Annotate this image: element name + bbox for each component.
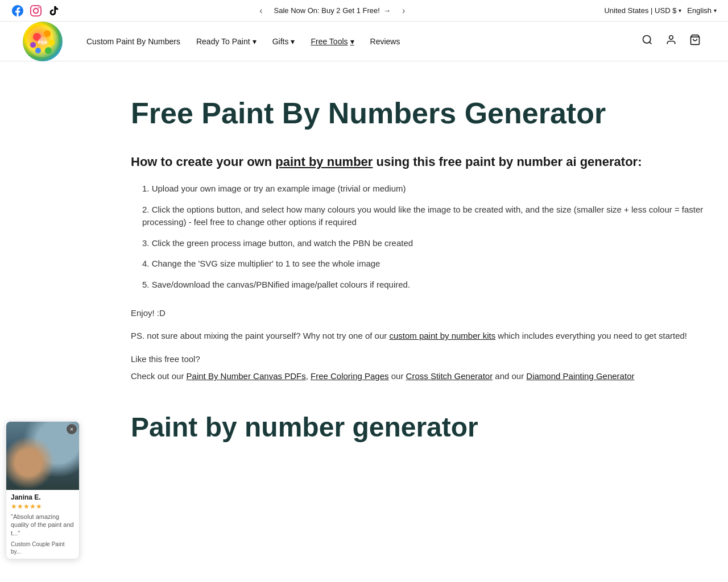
svg-point-3: [49, 40, 55, 45]
ps-text: PS. not sure about mixing the paint your…: [131, 329, 705, 343]
login-button[interactable]: [661, 31, 681, 52]
svg-point-4: [45, 47, 52, 54]
language-chevron-icon: ▾: [714, 7, 717, 14]
logo-image: PBN: [23, 22, 63, 61]
custom-kits-link[interactable]: custom paint by number kits: [389, 331, 495, 340]
nav-gifts-chevron: ▾: [291, 37, 295, 46]
svg-point-5: [35, 48, 41, 53]
search-icon: [642, 34, 653, 48]
nav-ready-to-paint-label: Ready To Paint: [196, 37, 250, 46]
like-text: Like this free tool?: [131, 354, 705, 364]
list-item: 4. Change the 'SVG size multiplier' to 1…: [136, 257, 705, 271]
section-title: Paint by number generator: [131, 411, 705, 443]
enjoy-text: Enjoy! :D: [131, 308, 705, 318]
announcement-left: [11, 5, 60, 17]
language-text: English: [687, 6, 712, 15]
popup-close-button[interactable]: ×: [67, 424, 77, 434]
canvas-pdfs-text: Paint By Number Canvas PDFs: [187, 371, 306, 381]
announcement-center: ‹ Sale Now On: Buy 2 Get 1 Free! → ›: [255, 3, 410, 18]
nav-custom-paint[interactable]: Custom Paint By Numbers: [80, 32, 187, 51]
cross-stitch-link[interactable]: Cross Stitch Generator: [406, 371, 493, 381]
page-title: Free Paint By Numbers Generator: [131, 95, 705, 131]
svg-point-6: [30, 42, 36, 48]
nav-ready-to-paint-chevron: ▾: [253, 37, 257, 46]
diamond-painting-link[interactable]: Diamond Painting Generator: [526, 371, 634, 381]
cross-stitch-text: Cross Stitch Generator: [406, 371, 493, 381]
list-item: 3. Click the green process image button,…: [136, 237, 705, 250]
svg-line-10: [650, 42, 652, 44]
login-icon: [665, 34, 677, 48]
instagram-icon[interactable]: [30, 5, 42, 17]
list-item: 5. Save/download the canvas/PBNified ima…: [136, 278, 705, 292]
list-item: 1. Upload your own image or try an examp…: [136, 182, 705, 196]
header: PBN Custom Paint By Numbers Ready To Pai…: [0, 22, 728, 61]
ps-text-1: PS. not sure about mixing the paint your…: [131, 331, 389, 340]
next-arrow[interactable]: ›: [398, 3, 410, 18]
nav-gifts-label: Gifts: [272, 37, 289, 46]
language-selector[interactable]: English ▾: [687, 6, 717, 15]
popup-widget: × Janina E. ★★★★★ "Absolut amazing quali…: [6, 421, 80, 465]
nav-reviews[interactable]: Reviews: [363, 32, 407, 51]
ps-text-2: which includes everything you need to ge…: [495, 331, 687, 340]
nav-gifts[interactable]: Gifts ▾: [266, 32, 302, 51]
cart-button[interactable]: [685, 31, 705, 52]
list-item: 2. Click the options button, and select …: [136, 203, 705, 229]
nav-free-tools[interactable]: Free Tools ▾: [304, 32, 361, 51]
main-nav: Custom Paint By Numbers Ready To Paint ▾…: [80, 32, 637, 51]
locale-text: United States | USD $: [604, 6, 676, 15]
prev-arrow[interactable]: ‹: [255, 3, 267, 18]
svg-point-11: [669, 36, 673, 40]
cart-icon: [689, 34, 701, 48]
canvas-pdfs-link[interactable]: Paint By Number Canvas PDFs: [187, 371, 306, 381]
free-coloring-text: Free Coloring Pages: [311, 371, 389, 381]
checkout-prefix: Check out our: [131, 371, 187, 381]
subtitle-text-2: using this free paint by number ai gener…: [373, 155, 642, 169]
nav-actions: [637, 31, 705, 52]
instructions-list: 1. Upload your own image or try an examp…: [131, 182, 705, 291]
paint-by-number-link[interactable]: paint by number: [275, 155, 373, 169]
tiktok-icon[interactable]: [48, 5, 60, 17]
main-content: Free Paint By Numbers Generator How to c…: [0, 61, 728, 465]
subtitle: How to create your own paint by number u…: [131, 153, 705, 171]
locale-chevron-icon: ▾: [679, 7, 681, 14]
close-icon: ×: [70, 426, 73, 433]
nav-free-tools-chevron: ▾: [350, 37, 354, 46]
svg-text:PBN: PBN: [38, 40, 48, 45]
locale-selector[interactable]: United States | USD $ ▾: [604, 6, 681, 15]
nav-reviews-label: Reviews: [370, 37, 400, 46]
free-coloring-link[interactable]: Free Coloring Pages: [311, 371, 389, 381]
logo[interactable]: PBN: [23, 22, 63, 61]
checkout-and: and our: [493, 371, 526, 381]
facebook-icon[interactable]: [11, 5, 24, 17]
nav-custom-paint-label: Custom Paint By Numbers: [86, 37, 180, 46]
checkout-our: our: [389, 371, 406, 381]
sale-text: Sale Now On: Buy 2 Get 1 Free!: [274, 6, 380, 15]
svg-point-9: [643, 36, 651, 43]
social-icons: [11, 5, 60, 17]
nav-free-tools-label: Free Tools: [311, 37, 348, 46]
checkout-text: Check out our Paint By Number Canvas PDF…: [131, 369, 705, 383]
nav-ready-to-paint[interactable]: Ready To Paint ▾: [189, 32, 263, 51]
announcement-bar: ‹ Sale Now On: Buy 2 Get 1 Free! → › Uni…: [0, 0, 728, 22]
search-button[interactable]: [637, 31, 657, 52]
announcement-text: Sale Now On: Buy 2 Get 1 Free! →: [274, 6, 391, 15]
diamond-painting-text: Diamond Painting Generator: [526, 371, 634, 381]
comma-1: ,: [306, 371, 311, 381]
sale-arrow: →: [383, 6, 391, 15]
announcement-right: United States | USD $ ▾ English ▾: [604, 6, 717, 15]
subtitle-text-1: How to create your own: [131, 155, 275, 169]
svg-point-2: [44, 30, 51, 37]
